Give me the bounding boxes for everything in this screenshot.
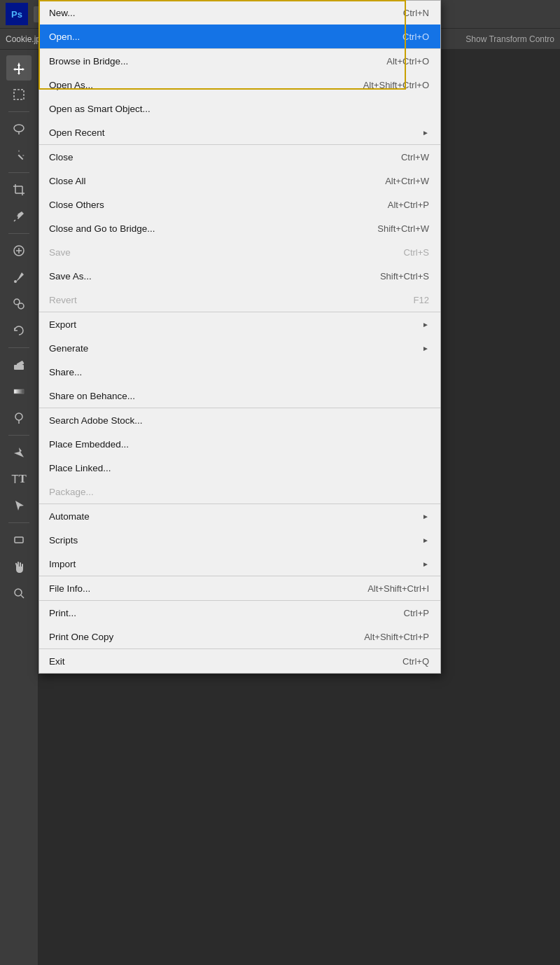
menu-item-package: Package... (39, 480, 440, 504)
tool-pen[interactable] (6, 440, 31, 465)
menu-section-2: Browse in Bridge... Alt+Ctrl+O Open As..… (39, 49, 440, 145)
menu-item-import[interactable]: Import ► (39, 552, 440, 576)
menu-item-search-stock[interactable]: Search Adobe Stock... (39, 408, 440, 432)
tool-dodge[interactable] (6, 405, 31, 431)
svg-point-21 (15, 413, 22, 420)
menu-item-close-others[interactable]: Close Others Alt+Ctrl+P (39, 193, 440, 216)
tool-hand[interactable] (6, 554, 31, 579)
svg-marker-5 (18, 150, 20, 152)
tool-magic-wand[interactable] (6, 143, 31, 168)
menu-item-close-bridge[interactable]: Close and Go to Bridge... Shift+Ctrl+W (39, 216, 440, 240)
svg-point-15 (14, 280, 17, 283)
tool-clone[interactable] (6, 291, 31, 317)
menu-item-share[interactable]: Share... (39, 360, 440, 384)
menu-section-7: File Info... Alt+Shift+Ctrl+I (39, 576, 440, 601)
menu-item-file-info[interactable]: File Info... Alt+Shift+Ctrl+I (39, 576, 440, 600)
ps-logo: Ps (6, 3, 28, 25)
menu-item-place-embedded[interactable]: Place Embedded... (39, 432, 440, 456)
svg-point-25 (15, 589, 22, 596)
menu-item-close[interactable]: Close Ctrl+W (39, 145, 440, 169)
tool-divider-5 (8, 435, 29, 436)
svg-marker-6 (22, 155, 24, 156)
menu-section-9: Exit Ctrl+Q (39, 649, 440, 673)
menu-section-5: Search Adobe Stock... Place Embedded... … (39, 408, 440, 504)
tool-divider-3 (8, 233, 29, 234)
tool-brush[interactable] (6, 265, 31, 290)
file-dropdown: New... Ctrl+N Open... Ctrl+O Browse in B… (38, 0, 441, 674)
tool-divider-6 (8, 522, 29, 523)
tool-eyedropper[interactable] (6, 204, 31, 229)
menu-item-open-as[interactable]: Open As... Alt+Shift+Ctrl+O (39, 73, 440, 97)
left-toolbar: T T (0, 50, 38, 965)
menu-item-print-one[interactable]: Print One Copy Alt+Shift+Ctrl+P (39, 625, 440, 648)
menu-item-generate[interactable]: Generate ► (39, 336, 440, 360)
menu-section-1: New... Ctrl+N Open... Ctrl+O (39, 1, 440, 49)
menu-item-open-smart-object[interactable]: Open as Smart Object... (39, 97, 440, 120)
svg-line-11 (14, 220, 15, 221)
tool-path-selection[interactable] (6, 493, 31, 518)
menu-section-8: Print... Ctrl+P Print One Copy Alt+Shift… (39, 601, 440, 649)
svg-rect-24 (15, 537, 23, 543)
tool-divider-1 (8, 111, 29, 112)
menu-item-save-as[interactable]: Save As... Shift+Ctrl+S (39, 264, 440, 288)
menu-item-close-all[interactable]: Close All Alt+Ctrl+W (39, 169, 440, 193)
menu-item-save: Save Ctrl+S (39, 240, 440, 264)
svg-rect-20 (14, 389, 24, 394)
tool-crop[interactable] (6, 177, 31, 202)
svg-rect-4 (18, 155, 24, 160)
dropdown-menu-container: New... Ctrl+N Open... Ctrl+O Browse in B… (38, 0, 441, 674)
menu-item-browse-bridge[interactable]: Browse in Bridge... Alt+Ctrl+O (39, 49, 440, 73)
menu-item-scripts[interactable]: Scripts ► (39, 528, 440, 552)
transform-label: Show Transform Contro (465, 34, 554, 44)
svg-marker-0 (13, 62, 24, 75)
tool-eraser[interactable] (6, 352, 31, 377)
tool-shape[interactable] (6, 527, 31, 553)
svg-rect-1 (14, 90, 24, 99)
menu-item-revert: Revert F12 (39, 288, 440, 312)
tool-gradient[interactable] (6, 379, 31, 404)
menu-item-export[interactable]: Export ► (39, 312, 440, 336)
menu-section-4: Export ► Generate ► Share... Share on Be… (39, 312, 440, 408)
menu-item-exit[interactable]: Exit Ctrl+Q (39, 649, 440, 673)
tool-zoom[interactable] (6, 581, 31, 606)
menu-item-automate[interactable]: Automate ► (39, 504, 440, 528)
tool-type[interactable]: T T (6, 466, 31, 492)
tool-history-brush[interactable] (6, 318, 31, 343)
svg-point-17 (18, 303, 24, 309)
tool-divider-4 (8, 347, 29, 348)
tool-divider-2 (8, 172, 29, 173)
menu-item-share-behance[interactable]: Share on Behance... (39, 384, 440, 408)
tool-move[interactable] (6, 55, 31, 81)
menu-item-print[interactable]: Print... Ctrl+P (39, 601, 440, 625)
tool-healing[interactable] (6, 238, 31, 263)
tool-lasso[interactable] (6, 116, 31, 141)
menu-item-open[interactable]: Open... Ctrl+O (39, 25, 440, 48)
menu-item-open-recent[interactable]: Open Recent ► (39, 120, 440, 144)
tool-marquee[interactable] (6, 82, 31, 107)
menu-section-6: Automate ► Scripts ► Import ► (39, 504, 440, 576)
svg-point-2 (14, 125, 24, 132)
svg-marker-23 (15, 501, 24, 511)
menu-item-new[interactable]: New... Ctrl+N (39, 1, 440, 25)
menu-section-3: Close Ctrl+W Close All Alt+Ctrl+W Close … (39, 145, 440, 312)
svg-line-26 (21, 595, 24, 598)
menu-item-place-linked[interactable]: Place Linked... (39, 456, 440, 480)
